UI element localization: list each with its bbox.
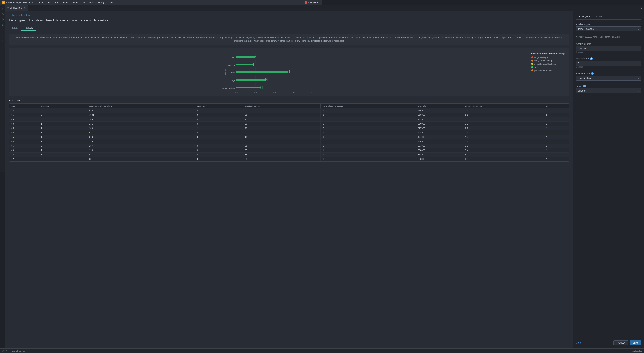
table-row: 80112303513880009.41 — [10, 148, 322, 152]
svg-text:sex: sex — [232, 56, 236, 58]
menu-view[interactable]: View — [52, 1, 61, 4]
sidebar-icon-menu[interactable]: ≡ — [0, 6, 5, 11]
feedback-button[interactable]: 4 Feedback — [302, 1, 320, 4]
col-high-bp: high_blood_pressure — [321, 104, 322, 108]
main-area: ← Back to data flow Data types · Transfo… — [5, 11, 322, 176]
left-sidebar: ≡ ⎙ ⬡ ⊛ ⌕ ⑂ ⚙ — [0, 5, 5, 172]
analysis-description: The provided predictive metric is roc, c… — [9, 34, 322, 45]
sidebar-icon-files[interactable]: ⎙ — [0, 12, 5, 16]
top-menubar: S Amazon SageMaker Studio File Edit View… — [0, 0, 322, 5]
sidebar-icon-search[interactable]: ⌕ — [0, 28, 5, 32]
tab-analysis[interactable]: Analysis — [20, 25, 36, 31]
svg-text:column: column — [225, 69, 227, 75]
tab-data[interactable]: Data — [9, 25, 20, 31]
tab-close-button[interactable]: × — [24, 6, 26, 10]
svg-rect-28 — [236, 79, 266, 81]
menu-items: File Edit View Run Kernel Git Tabs Setti… — [37, 1, 116, 4]
table-row: 75181038136800041 — [10, 152, 322, 157]
svg-text:serum_sodium: serum_sodium — [222, 87, 235, 89]
menu-settings[interactable]: Settings — [95, 1, 108, 4]
table-row: 65015706502633581.51 — [10, 144, 322, 148]
col-anaemia: anaemia — [39, 104, 87, 108]
svg-text:time: time — [232, 72, 236, 74]
chart-svg: sex smoking time age serum_sodium column… — [12, 51, 322, 93]
table-row: 75058202012650001.91 — [10, 108, 322, 112]
svg-text:0.7: 0.7 — [274, 92, 276, 93]
data-table: age anaemia creatinine_phosphokin... dia… — [10, 104, 322, 161]
table-row: 65116012003270002.71 — [10, 126, 322, 130]
tab-label: untitled.flow — [10, 6, 22, 9]
svg-text:0.5: 0.5 — [235, 92, 238, 93]
file-tab[interactable]: ◈ untitled.flow × — [5, 5, 28, 10]
table-row: 9014704012040002.11 — [10, 130, 322, 135]
table-row: 65014602001620001.31 — [10, 117, 322, 122]
data-table-wrapper: age anaemia creatinine_phosphokin... dia… — [9, 104, 322, 162]
svg-rect-24 — [236, 71, 288, 73]
svg-text:0.8: 0.8 — [293, 92, 295, 93]
menu-file[interactable]: File — [37, 1, 45, 4]
svg-text:age: age — [232, 79, 235, 82]
svg-text:0.6: 0.6 — [254, 92, 257, 93]
content-tabs: Data Analysis — [9, 25, 322, 31]
svg-rect-16 — [236, 56, 256, 58]
chart-container: sex smoking time age serum_sodium column… — [9, 48, 322, 96]
table-row: 75124601501270001.21 — [10, 135, 322, 139]
menu-kernel[interactable]: Kernel — [70, 1, 80, 4]
app-icon: S — [2, 1, 5, 4]
col-diabetes: diabetes — [195, 104, 243, 108]
sidebar-icon-git[interactable]: ⑂ — [0, 34, 5, 38]
sidebar-icon-extensions[interactable]: ⬡ — [0, 17, 5, 22]
tab-icon: ◈ — [7, 6, 9, 9]
col-age: age — [10, 104, 39, 108]
sidebar-icon-settings[interactable]: ⚙ — [0, 39, 5, 43]
svg-text:smoking: smoking — [228, 64, 235, 66]
menu-run[interactable]: Run — [61, 1, 70, 4]
tab-bar: ◈ untitled.flow × — [5, 5, 322, 11]
data-table-section: Data table age anaemia creatinine_phosph… — [9, 99, 322, 162]
table-row: 550786103802633581.11 — [10, 112, 322, 117]
svg-rect-32 — [236, 86, 261, 88]
app-title: Amazon SageMaker Studio — [6, 1, 34, 4]
table-row: 62023102512530000.91 — [10, 157, 322, 161]
menu-edit[interactable]: Edit — [45, 1, 52, 4]
data-table-label: Data table — [9, 99, 322, 102]
col-creatinine: creatinine_phosphokin... — [87, 104, 195, 108]
back-to-flow-link[interactable]: ← Back to data flow — [9, 14, 322, 16]
menu-tabs[interactable]: Tabs — [87, 1, 95, 4]
table-row: 50111102002100001.91 — [10, 122, 322, 126]
center-content: ← Back to data flow Data types · Transfo… — [5, 11, 322, 176]
col-ejection: ejection_fraction — [243, 104, 321, 108]
svg-text:0.9: 0.9 — [310, 92, 312, 93]
page-title: Data types · Transform: heart_failure_cl… — [9, 18, 322, 22]
table-row: 60131516004540001.11 — [10, 139, 322, 144]
notification-badge: 4 — [304, 1, 307, 4]
menu-help[interactable]: Help — [108, 1, 116, 4]
menu-git[interactable]: Git — [80, 1, 87, 4]
svg-rect-20 — [236, 64, 254, 66]
chart-plot: sex smoking time age serum_sodium column… — [12, 51, 322, 94]
sidebar-icon-flow[interactable]: ⊛ — [0, 23, 5, 27]
